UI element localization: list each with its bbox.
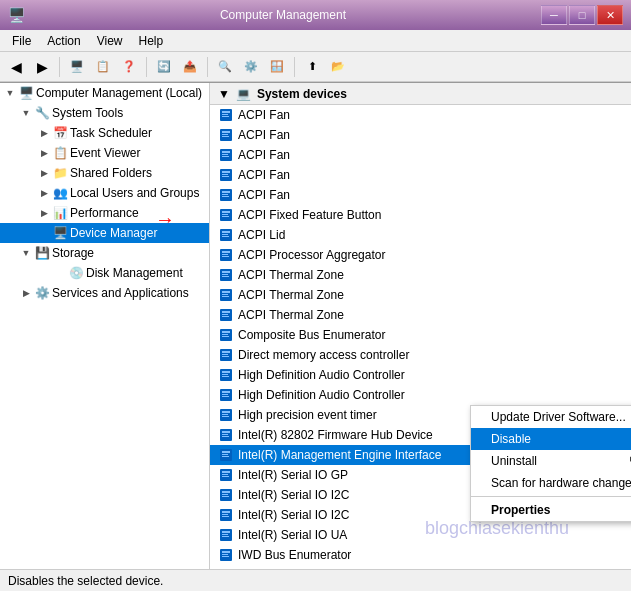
device-item[interactable]: Direct memory access controller	[210, 345, 631, 365]
device-icon	[218, 447, 234, 463]
svg-rect-86	[222, 534, 228, 535]
device-item[interactable]: Microsoft ACPI-Cor	[210, 565, 631, 569]
tree-device-manager[interactable]: 🖥️ Device Manager	[0, 223, 209, 243]
device-item[interactable]: High Definition Audio Controller	[210, 365, 631, 385]
device-item[interactable]: ACPI Fan	[210, 185, 631, 205]
right-pane: ▼ 💻 System devices ACPI FanACPI FanACPI …	[210, 83, 631, 569]
help-button[interactable]: ❓	[117, 55, 141, 79]
maximize-button[interactable]: □	[569, 5, 595, 25]
show-button[interactable]: 📂	[326, 55, 350, 79]
device-item[interactable]: Composite Bus Enumerator	[210, 325, 631, 345]
computer-mgmt-button[interactable]: 🖥️	[65, 55, 89, 79]
context-scan[interactable]: Scan for hardware changes	[471, 472, 631, 494]
tree-arrow-services: ▶	[18, 285, 34, 301]
tree-services[interactable]: ▶ ⚙️ Services and Applications	[0, 283, 209, 303]
tree-event-viewer-label: Event Viewer	[70, 146, 140, 160]
device-item[interactable]: ACPI Processor Aggregator	[210, 245, 631, 265]
tree-storage[interactable]: ▼ 💾 Storage	[0, 243, 209, 263]
tree-event-viewer[interactable]: ▶ 📋 Event Viewer	[0, 143, 209, 163]
svg-rect-58	[222, 394, 228, 395]
device-item[interactable]: ACPI Thermal Zone	[210, 265, 631, 285]
tree-arrow-system-tools: ▼	[18, 105, 34, 121]
device-item[interactable]: Intel(R) Serial IO UA	[210, 525, 631, 545]
device-item[interactable]: ACPI Lid	[210, 225, 631, 245]
device-manager-icon: 🖥️	[52, 225, 68, 241]
menu-view[interactable]: View	[89, 32, 131, 50]
svg-rect-66	[222, 434, 228, 435]
device-label: Intel(R) Serial IO GP	[238, 468, 348, 482]
device-label: Direct memory access controller	[238, 348, 409, 362]
forward-button[interactable]: ▶	[30, 55, 54, 79]
device-label: ACPI Fan	[238, 128, 290, 142]
svg-rect-39	[222, 296, 229, 297]
device-item[interactable]: ACPI Fan	[210, 125, 631, 145]
device-item[interactable]: ACPI Thermal Zone	[210, 305, 631, 325]
svg-rect-59	[222, 396, 229, 397]
minimize-button[interactable]: ─	[541, 5, 567, 25]
svg-rect-21	[222, 211, 230, 213]
svg-rect-85	[222, 531, 230, 533]
device-icon	[218, 567, 234, 569]
device-label: ACPI Fan	[238, 168, 290, 182]
device-item[interactable]: High Definition Audio Controller	[210, 385, 631, 405]
svg-rect-30	[222, 254, 228, 255]
tree-local-users[interactable]: ▶ 👥 Local Users and Groups	[0, 183, 209, 203]
tree-shared-folders-label: Shared Folders	[70, 166, 152, 180]
svg-rect-87	[222, 536, 229, 537]
svg-rect-13	[222, 171, 230, 173]
up-button[interactable]: ⬆	[300, 55, 324, 79]
device-icon	[218, 327, 234, 343]
device-item[interactable]: ACPI Fixed Feature Button	[210, 205, 631, 225]
svg-rect-11	[222, 156, 229, 157]
tree-arrow-task-scheduler: ▶	[36, 125, 52, 141]
svg-rect-54	[222, 374, 228, 375]
refresh-button[interactable]: 🔄	[152, 55, 176, 79]
svg-rect-2	[222, 114, 228, 115]
options-button[interactable]: ⚙️	[239, 55, 263, 79]
device-icon	[218, 287, 234, 303]
shared-folders-icon: 📁	[52, 165, 68, 181]
svg-rect-42	[222, 314, 228, 315]
tree-root[interactable]: ▼ 🖥️ Computer Management (Local)	[0, 83, 209, 103]
back-button[interactable]: ◀	[4, 55, 28, 79]
device-item[interactable]: ACPI Fan	[210, 165, 631, 185]
device-icon	[218, 107, 234, 123]
device-icon	[218, 347, 234, 363]
svg-rect-17	[222, 191, 230, 193]
device-label: ACPI Thermal Zone	[238, 288, 344, 302]
device-icon	[218, 167, 234, 183]
tree-arrow-disk-mgmt	[52, 265, 68, 281]
close-button[interactable]: ✕	[597, 5, 623, 25]
tree-disk-mgmt[interactable]: 💿 Disk Management	[0, 263, 209, 283]
system-devices-icon: 💻	[236, 87, 251, 101]
svg-rect-29	[222, 251, 230, 253]
context-uninstall[interactable]: Uninstall	[471, 450, 631, 472]
device-label: Intel(R) Serial IO I2C	[238, 508, 349, 522]
tree-task-scheduler[interactable]: ▶ 📅 Task Scheduler	[0, 123, 209, 143]
device-icon	[218, 247, 234, 263]
tree-disk-mgmt-label: Disk Management	[86, 266, 183, 280]
tree-shared-folders[interactable]: ▶ 📁 Shared Folders	[0, 163, 209, 183]
export-button[interactable]: 📤	[178, 55, 202, 79]
menu-help[interactable]: Help	[131, 32, 172, 50]
device-label: ACPI Fan	[238, 188, 290, 202]
device-item[interactable]: ACPI Thermal Zone	[210, 285, 631, 305]
svg-rect-15	[222, 176, 229, 177]
device-item[interactable]: ACPI Fan	[210, 105, 631, 125]
svg-rect-18	[222, 194, 228, 195]
new-window-button[interactable]: 🪟	[265, 55, 289, 79]
show-hide-button[interactable]: 🔍	[213, 55, 237, 79]
tree-system-tools[interactable]: ▼ 🔧 System Tools	[0, 103, 209, 123]
device-label: Intel(R) Management Engine Interface	[238, 448, 441, 462]
context-update-driver[interactable]: Update Driver Software...	[471, 406, 631, 428]
device-icon	[218, 307, 234, 323]
device-item[interactable]: ACPI Fan	[210, 145, 631, 165]
tree-performance[interactable]: ▶ 📊 Performance	[0, 203, 209, 223]
context-disable[interactable]: Disable	[471, 428, 631, 450]
menu-action[interactable]: Action	[39, 32, 88, 50]
device-item[interactable]: IWD Bus Enumerator	[210, 545, 631, 565]
context-properties[interactable]: Properties	[471, 499, 631, 521]
menu-file[interactable]: File	[4, 32, 39, 50]
svg-rect-43	[222, 316, 229, 317]
properties-button[interactable]: 📋	[91, 55, 115, 79]
